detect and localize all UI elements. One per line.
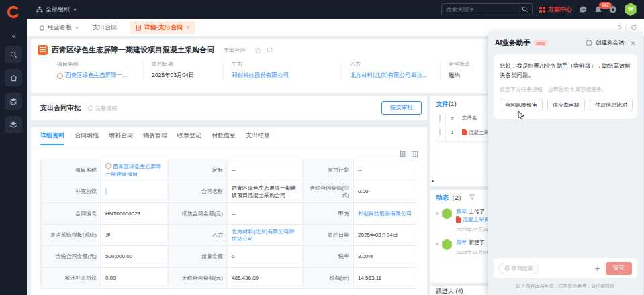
mouse-cursor	[518, 111, 526, 120]
cell-label: 合同编号	[41, 203, 101, 225]
tab-contract-items[interactable]: 合同明细	[75, 131, 99, 145]
activity-user-link[interactable]: 颜琴	[456, 239, 467, 245]
files-count: (1)	[449, 100, 457, 107]
refresh-icon[interactable]	[631, 24, 637, 31]
document-icon	[136, 25, 142, 31]
pdf-file-icon	[462, 129, 467, 135]
tab-expense-contracts-label: 支出合同	[93, 23, 117, 32]
checkbox[interactable]	[105, 188, 107, 195]
search-submit-button[interactable]	[518, 6, 532, 13]
cell-label: 税额(元)	[303, 268, 354, 289]
cell-value: 0	[228, 246, 303, 268]
tab-materials[interactable]: 物资管理	[143, 131, 167, 145]
sidebar-home-button[interactable]	[5, 69, 22, 86]
close-icon[interactable]: ✕	[631, 40, 636, 47]
page-title: 西青区绿色生态屏障一期建设项目混凝土采购合同	[52, 45, 214, 55]
sidebar-search-button[interactable]	[5, 46, 22, 63]
org-label: 全部组织	[46, 5, 70, 14]
sidebar-modules-button[interactable]	[5, 116, 22, 133]
task-supplier-audit-button[interactable]: 供应商审核	[547, 99, 585, 111]
web-search-toggle[interactable]: 联网搜索	[499, 263, 539, 274]
activity-action: 新建了	[469, 239, 485, 245]
table-view-icon[interactable]	[400, 151, 406, 157]
ai-disclaimer: 以上内容由AI生成，结果仅供参考，请仔细核对	[488, 283, 643, 290]
layers-icon	[9, 121, 17, 129]
tab-dashboard[interactable]: 经营看板 ▼	[39, 23, 79, 32]
star-icon[interactable]	[255, 47, 261, 54]
activity-count: （2）	[449, 194, 465, 201]
filter-icon[interactable]	[469, 194, 475, 200]
party-b-link-cell[interactable]: 北方材料(北京)有限公司廊坊分公司	[228, 225, 303, 246]
new-session-button[interactable]: 创建新会话	[596, 39, 625, 47]
sidebar-apps-button[interactable]	[5, 93, 22, 110]
party-a-link-cell[interactable]: 和创科技股份有限公司	[354, 203, 418, 225]
cell-label: 无税合同金额(元)	[169, 268, 228, 289]
project-link-cell[interactable]: 西青区绿色生态屏障一期建设项目	[101, 160, 169, 180]
tab-invoices[interactable]: 收票登记	[177, 131, 201, 145]
close-tab-icon[interactable]: ×	[187, 24, 190, 31]
org-selector[interactable]: 全部组织 ▼	[36, 5, 77, 14]
contract-doc-icon	[38, 45, 48, 55]
detail-card: 详细资料 合同明细 增补合同 物资管理 收票登记 付款信息 支出结算 项目名称 …	[31, 127, 427, 295]
notifications-button[interactable]: 142	[594, 5, 602, 14]
project-name-link[interactable]: 西青区绿色生态屏障一...	[57, 72, 138, 80]
cell-value: 485,436.89	[228, 268, 303, 289]
user-avatar[interactable]	[441, 239, 453, 250]
table-row: 是否系统模板(系统) 是 乙方 北方材料(北京)有限公司廊坊分公司 签约日期 2…	[41, 225, 418, 246]
user-avatar[interactable]	[624, 3, 637, 16]
field-label: 乙方	[350, 60, 434, 68]
columns-icon[interactable]	[412, 151, 418, 157]
table-row: 合同编号 HNT00000023 纸质合同金额(元) -- 甲方 和创科技股份有…	[41, 203, 418, 225]
scroll-right-arrow-icon[interactable]: ▸	[432, 178, 434, 184]
chevron-down-icon: ▼	[75, 25, 79, 30]
cell-label: 超量金额	[169, 246, 228, 268]
cell-label: 税率	[303, 246, 354, 268]
beta-badge: beta	[533, 40, 549, 46]
contract-type-tag: 支出合同	[224, 46, 245, 54]
tab-contract-detail-label: 详情-支出合同	[144, 23, 183, 32]
ai-hint-text: 点击下方任务按钮，立即启动专属智能服务。	[500, 86, 631, 93]
cell-label: 需用计划	[303, 160, 354, 180]
cell-label: 甲方	[303, 203, 354, 225]
cell-value: 是	[101, 225, 169, 246]
submit-approval-button[interactable]: 提交审批	[381, 101, 422, 115]
task-payment-check-button[interactable]: 付款信息比对	[590, 99, 633, 111]
attach-plus-icon[interactable]: +	[594, 264, 600, 273]
party-a-link[interactable]: 和创科技股份有限公司	[232, 72, 336, 80]
plan-center-link[interactable]: 方案中心	[539, 5, 572, 14]
divider: |	[625, 24, 627, 31]
task-contract-risk-button[interactable]: 合同风险预审	[500, 99, 543, 111]
tab-contract-detail-active[interactable]: 详情-支出合同 ×	[130, 21, 195, 34]
search-icon	[522, 6, 528, 13]
activity-user-link[interactable]: 颜琴	[456, 209, 467, 215]
brand-logo-icon[interactable]	[6, 5, 21, 19]
cell-value: 3.00%	[354, 246, 418, 268]
cell-label: 合同名称	[169, 180, 228, 203]
tab-supplement[interactable]: 增补合同	[109, 131, 133, 145]
cell-label: 含税合同金额(公式)	[303, 180, 354, 203]
approval-bar: 支出合同审批 完整流程 提交审批	[31, 96, 427, 120]
collapse-sidebar-icon[interactable]: «	[11, 32, 15, 40]
table-row: 累计补充协议 0.00 无税合同金额(元) 485,436.89 税额(元) 1…	[41, 268, 418, 289]
cell-label: 乙方	[169, 225, 228, 246]
ai-submit-button[interactable]: 提交	[606, 262, 632, 275]
tab-detail-info[interactable]: 详细资料	[40, 131, 64, 145]
tab-dashboard-label: 经营看板	[48, 23, 72, 32]
checkbox[interactable]	[439, 115, 441, 122]
supplement-checkbox-cell	[101, 180, 169, 203]
checkbox[interactable]	[439, 129, 441, 136]
tab-settlement[interactable]: 支出结算	[246, 131, 270, 145]
external-link-icon[interactable]	[267, 47, 273, 53]
cell-label: 是否系统模板(系统)	[41, 225, 101, 246]
ai-input-bar[interactable]: 联网搜索 + 提交	[494, 258, 637, 278]
tab-expense-contracts[interactable]: 支出合同	[93, 23, 117, 32]
tab-payments[interactable]: 付款信息	[212, 131, 236, 145]
user-avatar[interactable]	[441, 208, 453, 219]
messages-button[interactable]	[579, 5, 588, 14]
table-row: 含税合同金额(元) 500,000.00 超量金额 0 税率 3.00%	[41, 246, 418, 268]
settings-button[interactable]	[609, 5, 617, 13]
party-b-link[interactable]: 北方材料(北京)有限公司廊坊...	[350, 72, 434, 80]
global-search-input[interactable]	[442, 6, 518, 13]
tab-count: 3	[618, 24, 621, 31]
ai-greeting-text: 您好！我是红圈AI业务助手（尝鲜版），助您高效解决各类问题。	[500, 61, 631, 80]
